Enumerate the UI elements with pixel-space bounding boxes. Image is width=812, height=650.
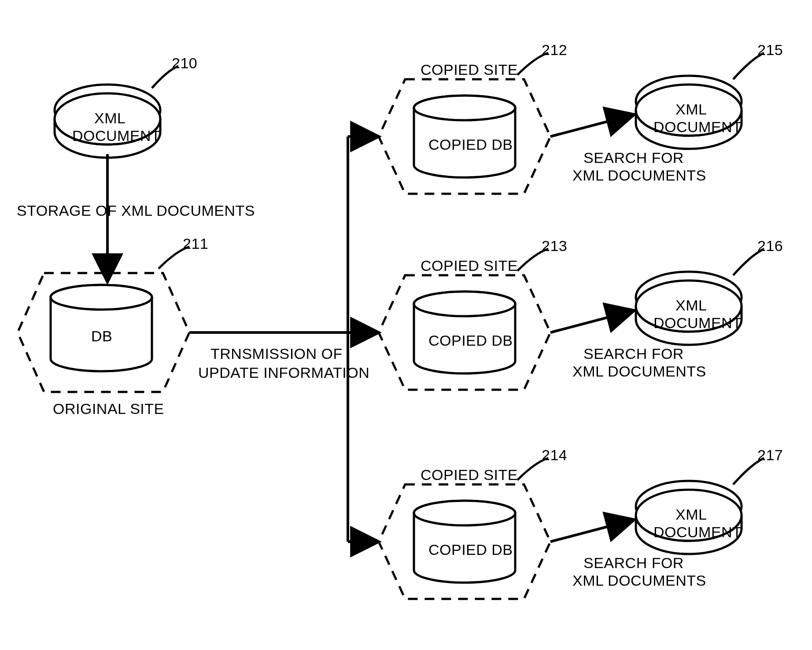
edge-transmission xyxy=(189,137,379,542)
copied-site-214-label: COPIED SITE xyxy=(421,467,518,483)
edge-search-217 xyxy=(550,520,634,542)
ref-210: 210 xyxy=(172,55,197,71)
search-215-l2: XML DOCUMENTS xyxy=(572,167,706,184)
ref-212: 212 xyxy=(542,42,567,58)
ref-216: 216 xyxy=(757,238,783,254)
xml-217-l2: DOCUMENT xyxy=(653,524,742,540)
copied-db-214-label: COPIED DB xyxy=(428,542,513,558)
copied-db-212-label: COPIED DB xyxy=(428,137,513,153)
copied-db-213-label: COPIED DB xyxy=(428,332,513,349)
xml-215-l2: DOCUMENT xyxy=(653,119,742,135)
edge-transmission-l1: TRNSMISSION OF xyxy=(210,346,343,362)
ref-215: 215 xyxy=(757,42,783,58)
search-217-l1: SEARCH FOR xyxy=(583,555,684,571)
copied-site-213-label: COPIED SITE xyxy=(421,258,518,274)
xml-216-l1: XML xyxy=(675,297,707,314)
ref-211: 211 xyxy=(183,236,208,252)
diagram-canvas: 210 XML DOCUMENT STORAGE OF XML DOCUMENT… xyxy=(0,0,812,650)
search-217-l2: XML DOCUMENTS xyxy=(572,572,706,589)
edge-search-215 xyxy=(550,114,634,137)
search-216-l1: SEARCH FOR xyxy=(583,346,684,362)
svg-point-10 xyxy=(414,96,515,120)
db-211-label: DB xyxy=(91,328,112,344)
search-215-l1: SEARCH FOR xyxy=(583,150,684,166)
xml-215-l1: XML xyxy=(675,101,707,118)
svg-point-14 xyxy=(414,501,515,525)
ref-214: 214 xyxy=(542,447,567,463)
copied-site-212-label: COPIED SITE xyxy=(421,62,518,78)
xml-doc-210-l1: XML xyxy=(94,110,125,126)
svg-point-12 xyxy=(414,292,515,316)
edge-transmission-l2: UPDATE INFORMATION xyxy=(198,365,369,381)
xml-216-l2: DOCUMENT xyxy=(653,315,742,331)
svg-point-3 xyxy=(51,285,152,310)
search-216-l2: XML DOCUMENTS xyxy=(572,363,706,380)
ref-217: 217 xyxy=(757,447,783,463)
edge-storage-label: STORAGE OF XML DOCUMENTS xyxy=(17,203,255,219)
xml-217-l1: XML xyxy=(675,506,707,523)
ref-213: 213 xyxy=(542,238,567,254)
original-site-label: ORIGINAL SITE xyxy=(53,401,164,417)
xml-doc-210-l2: DOCUMENT xyxy=(72,128,160,144)
edge-search-216 xyxy=(550,310,634,332)
original-site-211 xyxy=(18,247,189,392)
